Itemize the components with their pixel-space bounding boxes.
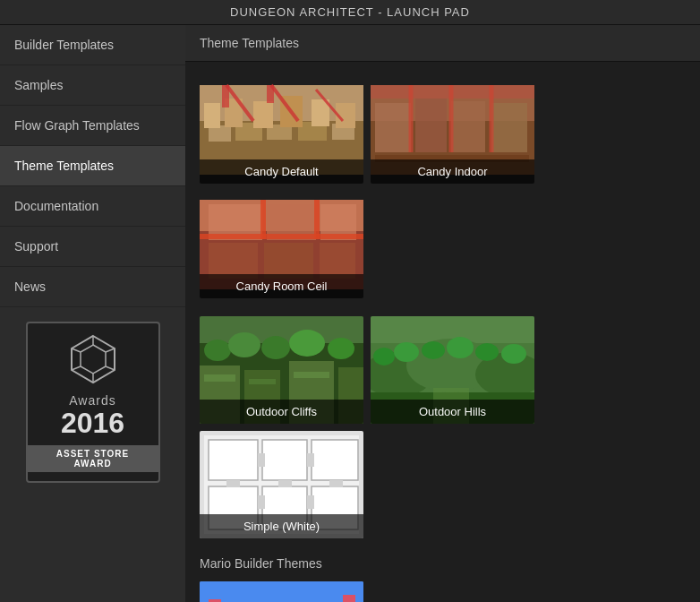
sidebar-item-label: News bbox=[14, 280, 46, 294]
content-header-text: Theme Templates bbox=[200, 36, 299, 50]
sidebar-item-documentation[interactable]: Documentation bbox=[0, 186, 185, 227]
svg-rect-88 bbox=[226, 480, 240, 487]
svg-rect-84 bbox=[258, 453, 265, 467]
svg-rect-17 bbox=[253, 101, 273, 128]
svg-point-72 bbox=[475, 343, 499, 361]
sidebar-item-label: Builder Templates bbox=[14, 38, 114, 52]
svg-rect-117 bbox=[343, 595, 355, 602]
candy-themes-grid: Candy Default bbox=[200, 76, 686, 298]
sidebar-item-label: Documentation bbox=[14, 199, 98, 213]
svg-point-54 bbox=[289, 330, 325, 357]
award-store-badge: ASSET STOREAWARD bbox=[28, 445, 158, 472]
svg-rect-44 bbox=[314, 200, 320, 239]
template-card-mario-default[interactable]: ? Mario Default bbox=[200, 581, 363, 602]
template-card-candy-indoor-label: Candy Indoor bbox=[371, 159, 534, 184]
svg-rect-86 bbox=[258, 495, 265, 509]
title-bar: DUNGEON ARCHITECT - LAUNCH PAD bbox=[0, 0, 700, 25]
sidebar-item-samples[interactable]: Samples bbox=[0, 65, 185, 106]
content-header: Theme Templates bbox=[185, 25, 700, 62]
svg-rect-47 bbox=[320, 243, 355, 279]
svg-rect-61 bbox=[249, 379, 276, 384]
sidebar-item-label: Samples bbox=[14, 78, 63, 92]
svg-rect-79 bbox=[262, 440, 307, 480]
svg-point-70 bbox=[422, 341, 445, 359]
svg-rect-30 bbox=[451, 101, 485, 152]
template-card-candy-room-ceil-label: Candy Room Ceil bbox=[200, 274, 363, 298]
svg-point-73 bbox=[501, 344, 526, 364]
svg-rect-85 bbox=[307, 453, 314, 467]
award-text-year: 2016 bbox=[61, 408, 124, 439]
svg-point-69 bbox=[394, 342, 419, 362]
unity-logo-icon bbox=[66, 332, 120, 386]
svg-rect-80 bbox=[312, 440, 358, 480]
award-text-awards: Awards bbox=[69, 393, 115, 408]
sidebar-item-label: Support bbox=[14, 239, 58, 254]
sidebar-item-label: Theme Templates bbox=[14, 159, 114, 173]
main-layout: Builder Templates Samples Flow Graph Tem… bbox=[0, 25, 700, 602]
svg-rect-46 bbox=[264, 243, 313, 279]
sidebar-item-label: Flow Graph Templates bbox=[14, 118, 140, 133]
svg-rect-28 bbox=[375, 103, 411, 152]
template-card-outdoor-cliffs[interactable]: Outdoor Cliffs bbox=[200, 316, 363, 424]
award-badge-container: Awards 2016 ASSET STOREAWARD bbox=[26, 322, 160, 483]
svg-rect-90 bbox=[329, 480, 343, 487]
template-card-simple-white[interactable]: Simple (White) bbox=[200, 431, 363, 538]
template-card-candy-room-ceil[interactable]: Candy Room Ceil bbox=[200, 191, 363, 298]
svg-marker-1 bbox=[81, 345, 106, 374]
mario-default-scene-img: ? bbox=[200, 581, 363, 602]
content-body: Candy Default bbox=[185, 62, 700, 602]
svg-rect-62 bbox=[294, 372, 329, 378]
svg-rect-60 bbox=[204, 374, 235, 382]
svg-rect-89 bbox=[278, 480, 292, 487]
outdoor-themes-grid: Outdoor Cliffs bbox=[200, 316, 686, 538]
title-text: DUNGEON ARCHITECT - LAUNCH PAD bbox=[230, 5, 470, 19]
svg-point-68 bbox=[373, 348, 395, 366]
svg-line-7 bbox=[72, 348, 81, 352]
template-card-candy-indoor[interactable]: Candy Indoor bbox=[371, 76, 534, 184]
template-card-simple-white-label: Simple (White) bbox=[200, 514, 363, 538]
mario-themes-title: Mario Builder Themes bbox=[200, 556, 686, 571]
content-area: Theme Templates bbox=[185, 25, 700, 602]
sidebar-item-builder-templates[interactable]: Builder Templates bbox=[0, 25, 185, 65]
sidebar-item-support[interactable]: Support bbox=[0, 227, 185, 267]
svg-rect-25 bbox=[267, 85, 274, 103]
svg-rect-43 bbox=[260, 200, 266, 239]
template-card-outdoor-hills-label: Outdoor Hills bbox=[371, 400, 534, 424]
svg-rect-24 bbox=[222, 85, 229, 108]
sidebar-item-theme-templates[interactable]: Theme Templates bbox=[0, 146, 185, 186]
template-card-candy-default[interactable]: Candy Default bbox=[200, 76, 363, 184]
svg-point-52 bbox=[228, 332, 260, 357]
svg-point-51 bbox=[204, 340, 231, 361]
sidebar-item-flow-graph-templates[interactable]: Flow Graph Templates bbox=[0, 106, 185, 146]
template-card-outdoor-cliffs-label: Outdoor Cliffs bbox=[200, 400, 363, 424]
sidebar: Builder Templates Samples Flow Graph Tem… bbox=[0, 25, 185, 602]
svg-rect-15 bbox=[204, 103, 220, 128]
svg-rect-29 bbox=[415, 99, 447, 152]
svg-line-3 bbox=[106, 348, 115, 352]
template-card-candy-default-label: Candy Default bbox=[200, 159, 363, 184]
svg-line-6 bbox=[72, 366, 81, 370]
svg-rect-92 bbox=[200, 581, 363, 602]
svg-rect-31 bbox=[491, 103, 527, 152]
svg-rect-45 bbox=[209, 243, 258, 279]
svg-rect-78 bbox=[209, 440, 258, 480]
svg-rect-87 bbox=[307, 495, 314, 509]
svg-line-4 bbox=[106, 366, 115, 370]
svg-point-55 bbox=[328, 338, 354, 359]
svg-point-71 bbox=[447, 337, 474, 358]
template-card-outdoor-hills[interactable]: Outdoor Hills bbox=[371, 316, 534, 424]
svg-point-53 bbox=[261, 336, 290, 359]
sidebar-item-news[interactable]: News bbox=[0, 267, 185, 307]
svg-rect-42 bbox=[200, 234, 363, 239]
mario-themes-grid: ? Mario Default bbox=[200, 581, 686, 602]
